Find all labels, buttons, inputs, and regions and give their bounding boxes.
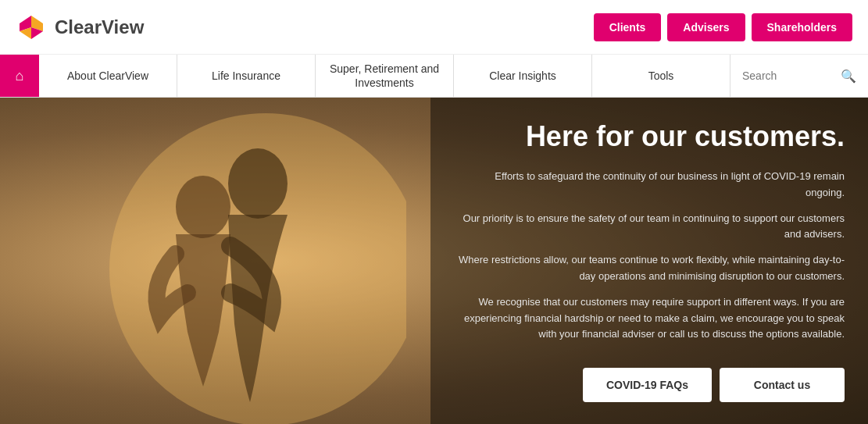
hero-paragraph-3: Where restrictions allow, our teams cont… xyxy=(454,252,845,285)
svg-point-5 xyxy=(176,176,230,238)
hero-section: Here for our customers. Efforts to safeg… xyxy=(0,98,868,424)
logo-area: ClearView xyxy=(16,12,144,43)
nav-home-button[interactable]: ⌂ xyxy=(0,55,39,97)
hero-buttons-area: COVID-19 FAQs Contact us xyxy=(454,368,845,402)
logo-text: ClearView xyxy=(55,16,144,38)
header-buttons: Clients Advisers Shareholders xyxy=(594,13,852,41)
home-icon: ⌂ xyxy=(16,68,24,84)
covid-faqs-button[interactable]: COVID-19 FAQs xyxy=(583,368,712,402)
nav-item-super[interactable]: Super, Retirement and Investments xyxy=(316,55,454,97)
clients-button[interactable]: Clients xyxy=(594,13,662,41)
contact-us-button[interactable]: Contact us xyxy=(720,368,845,402)
main-nav: ⌂ About ClearView Life Insurance Super, … xyxy=(0,55,868,98)
hero-paragraph-2: Our priority is to ensure the safety of … xyxy=(454,211,845,244)
hero-silhouette-image xyxy=(47,113,406,424)
nav-item-tools[interactable]: Tools xyxy=(592,55,730,97)
advisers-button[interactable]: Advisers xyxy=(667,13,745,41)
shareholders-button[interactable]: Shareholders xyxy=(752,13,852,41)
svg-point-6 xyxy=(228,148,288,219)
nav-search-area: 🔍 xyxy=(730,55,868,97)
hero-paragraph-4: We recognise that our customers may requ… xyxy=(454,294,845,343)
hero-content-panel: Here for our customers. Efforts to safeg… xyxy=(430,98,868,424)
nav-item-clear-insights[interactable]: Clear Insights xyxy=(454,55,592,97)
search-icon[interactable]: 🔍 xyxy=(841,69,856,84)
header: ClearView Clients Advisers Shareholders xyxy=(0,0,868,55)
hero-paragraph-1: Efforts to safeguard the continuity of o… xyxy=(454,169,845,201)
hero-title: Here for our customers. xyxy=(454,119,845,153)
nav-item-about[interactable]: About ClearView xyxy=(39,55,177,97)
nav-item-life-insurance[interactable]: Life Insurance xyxy=(177,55,316,97)
clearview-logo-icon xyxy=(16,12,47,43)
search-input[interactable] xyxy=(742,69,834,82)
